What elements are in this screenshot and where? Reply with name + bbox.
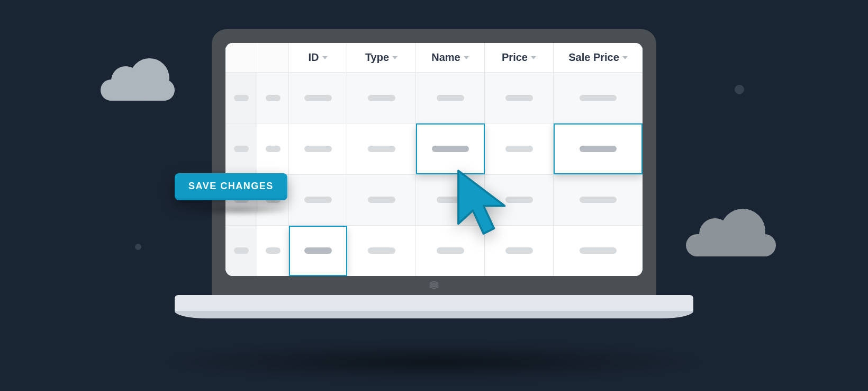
table-cell-type[interactable]: [347, 123, 416, 174]
placeholder-value: [266, 247, 281, 254]
save-changes-label: SAVE CHANGES: [188, 181, 274, 191]
table-row: [225, 226, 643, 276]
table-cell-type[interactable]: [347, 175, 416, 225]
table-cell-price[interactable]: [485, 73, 554, 123]
table-header-label: Price: [502, 51, 528, 64]
table-cell[interactable]: [257, 123, 289, 174]
table-cell-name[interactable]: [416, 123, 485, 174]
table-cell-name[interactable]: [416, 226, 485, 276]
placeholder-value: [580, 95, 617, 101]
table-header-blank: [225, 43, 257, 72]
table-header-label: Type: [365, 51, 389, 64]
table-header-label: Name: [431, 51, 460, 64]
chevron-down-icon: [622, 56, 628, 59]
placeholder-value: [437, 197, 464, 203]
placeholder-value: [505, 197, 533, 203]
placeholder-value: [304, 197, 332, 203]
table-header-price[interactable]: Price: [485, 43, 554, 72]
table-cell-price[interactable]: [485, 175, 554, 225]
placeholder-value: [437, 247, 464, 254]
placeholder-value: [368, 247, 395, 254]
placeholder-value: [234, 247, 249, 254]
table-header-label: ID: [309, 51, 319, 64]
save-changes-button[interactable]: SAVE CHANGES: [175, 173, 287, 200]
table-header-sale-price[interactable]: Sale Price: [554, 43, 643, 72]
table-cell-type[interactable]: [347, 73, 416, 123]
table-body: [225, 73, 643, 276]
placeholder-value: [234, 95, 249, 101]
table-header-blank: [257, 43, 289, 72]
placeholder-value: [266, 95, 281, 101]
table-cell[interactable]: [257, 73, 289, 123]
placeholder-value: [304, 95, 332, 101]
cloud-decoration: [101, 79, 175, 101]
table-cell-id[interactable]: [289, 123, 347, 174]
table-cell-id[interactable]: [289, 175, 347, 225]
chevron-down-icon: [322, 56, 328, 59]
table-cell-sale-price[interactable]: [554, 123, 643, 174]
laptop-base-edge: [175, 311, 693, 318]
laptop-illustration: ID Type Name Price: [212, 29, 656, 318]
table-cell[interactable]: [257, 226, 289, 276]
table-cell-handle[interactable]: [225, 226, 257, 276]
app-screen: ID Type Name Price: [225, 43, 643, 276]
placeholder-value: [432, 146, 469, 152]
cloud-decoration: [686, 234, 776, 256]
table-cell-name[interactable]: [416, 175, 485, 225]
placeholder-value: [505, 146, 533, 152]
table-header-type[interactable]: Type: [347, 43, 416, 72]
table-header-id[interactable]: ID: [289, 43, 347, 72]
table-cell-sale-price[interactable]: [554, 175, 643, 225]
placeholder-value: [368, 197, 395, 203]
placeholder-value: [234, 146, 249, 152]
placeholder-value: [266, 146, 281, 152]
placeholder-value: [505, 95, 533, 101]
table-cell-name[interactable]: [416, 73, 485, 123]
table-cell-id[interactable]: [289, 226, 347, 276]
chevron-down-icon: [531, 56, 536, 59]
placeholder-value: [368, 95, 395, 101]
chevron-down-icon: [392, 56, 397, 59]
placeholder-value: [580, 247, 617, 254]
placeholder-value: [580, 197, 617, 203]
table-cell-price[interactable]: [485, 123, 554, 174]
table-cell-sale-price[interactable]: [554, 73, 643, 123]
button-shadow: [185, 204, 292, 216]
chevron-down-icon: [464, 56, 469, 59]
laptop-base: [175, 295, 693, 311]
table-row: [225, 123, 643, 174]
table-row: [225, 73, 643, 123]
table-cell-handle[interactable]: [225, 73, 257, 123]
data-table: ID Type Name Price: [225, 43, 643, 276]
placeholder-value: [304, 247, 332, 254]
table-cell-price[interactable]: [485, 226, 554, 276]
table-cell-type[interactable]: [347, 226, 416, 276]
placeholder-value: [437, 95, 464, 101]
table-header-name[interactable]: Name: [416, 43, 485, 72]
placeholder-value: [368, 146, 395, 152]
table-header-label: Sale Price: [568, 51, 619, 64]
table-cell-handle[interactable]: [225, 123, 257, 174]
placeholder-value: [580, 146, 617, 152]
decorative-dot: [735, 85, 744, 94]
table-cell-id[interactable]: [289, 73, 347, 123]
placeholder-value: [505, 247, 533, 254]
placeholder-value: [304, 146, 332, 152]
table-row: [225, 175, 643, 226]
brand-logo-icon: [428, 279, 440, 291]
table-cell-sale-price[interactable]: [554, 226, 643, 276]
laptop-shadow: [164, 343, 704, 380]
table-header-row: ID Type Name Price: [225, 43, 643, 73]
decorative-dot: [135, 244, 141, 250]
